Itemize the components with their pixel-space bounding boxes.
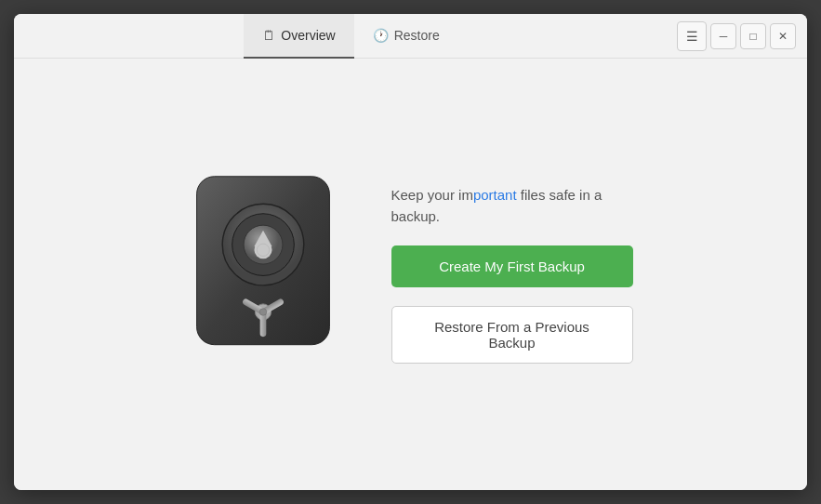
restore-backup-button[interactable]: Restore From a Previous Backup (391, 306, 633, 364)
menu-button[interactable]: ☰ (677, 21, 707, 51)
restore-icon: 🕐 (373, 28, 389, 43)
minimize-button[interactable]: ─ (710, 23, 736, 49)
svg-point-11 (259, 309, 267, 316)
tab-overview[interactable]: 🗒 Overview (244, 14, 353, 59)
overview-icon: 🗒 (262, 28, 275, 43)
close-icon: ✕ (778, 30, 788, 43)
titlebar: 🗒 Overview 🕐 Restore ☰ ─ □ ✕ (14, 14, 807, 59)
tab-bar: 🗒 Overview 🕐 Restore (25, 14, 677, 59)
safe-svg (189, 172, 338, 358)
maximize-button[interactable]: □ (740, 23, 766, 49)
close-button[interactable]: ✕ (770, 23, 796, 49)
highlight-text: portant (473, 187, 517, 203)
maximize-icon: □ (749, 30, 756, 43)
minimize-icon: ─ (720, 30, 728, 43)
menu-icon: ☰ (686, 29, 698, 44)
app-window: 🗒 Overview 🕐 Restore ☰ ─ □ ✕ (14, 14, 807, 490)
main-content: Keep your important files safe in a back… (14, 59, 807, 490)
tab-overview-label: Overview (281, 28, 335, 43)
tagline-text: Keep your important files safe in a back… (391, 185, 633, 227)
center-area: Keep your important files safe in a back… (189, 172, 633, 377)
action-area: Keep your important files safe in a back… (391, 185, 633, 364)
tab-restore[interactable]: 🕐 Restore (354, 14, 458, 59)
tab-restore-label: Restore (394, 28, 440, 43)
window-controls: ☰ ─ □ ✕ (677, 21, 796, 51)
safe-illustration (189, 172, 347, 377)
create-backup-button[interactable]: Create My First Backup (391, 245, 633, 287)
